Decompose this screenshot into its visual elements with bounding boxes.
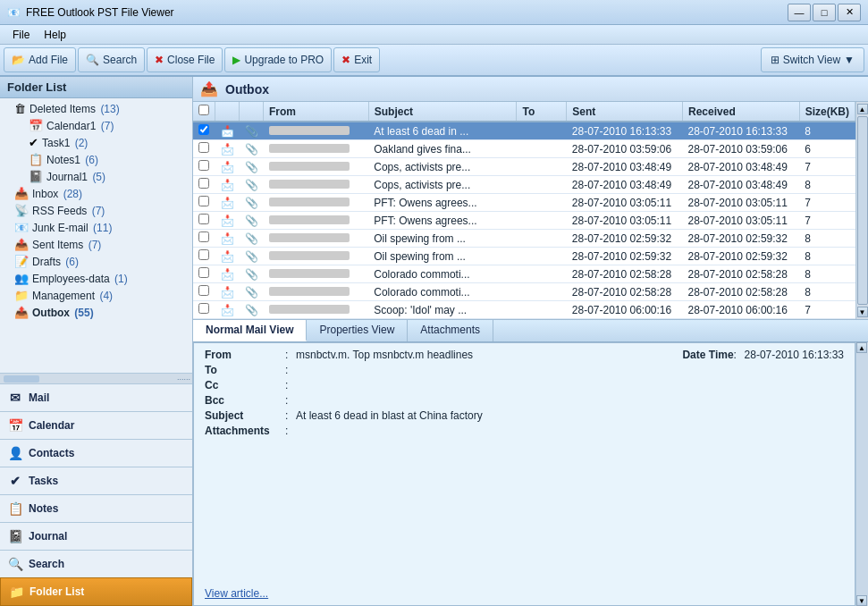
table-row[interactable]: 📩 📎 Oil spewing from ... 28-07-2010 02:5… [193,230,855,248]
col-header-received[interactable]: Received [683,102,800,122]
folder-item[interactable]: 📤Sent Items (7) [0,236,192,253]
email-sent: 28-07-2010 03:59:06 [567,140,683,158]
email-from [264,230,369,248]
maximize-button[interactable]: □ [813,4,836,21]
email-received: 28-07-2010 02:59:32 [683,248,800,265]
minimize-button[interactable]: — [788,4,811,21]
folder-item[interactable]: 📁Management (4) [0,287,192,304]
preview-scroll-up[interactable]: ▲ [856,342,867,353]
view-article-link[interactable]: View article... [205,587,268,600]
row-checkbox[interactable] [198,303,209,314]
table-row[interactable]: 📩 📎 Colorado commoti... 28-07-2010 02:58… [193,283,855,301]
row-checkbox[interactable] [198,178,209,189]
col-header-subject[interactable]: Subject [368,102,517,122]
table-row[interactable]: 📩 📎 Oil spewing from ... 28-07-2010 02:5… [193,248,855,265]
row-checkbox[interactable] [198,267,209,278]
attachment-icon: 📎 [245,232,258,245]
folder-item[interactable]: ✔Task1 (2) [0,134,192,151]
row-checkbox[interactable] [198,214,209,224]
email-table-container[interactable]: From Subject To Sent Received Size(KB) 📩… [193,102,855,319]
row-checkbox[interactable] [198,124,209,135]
close-file-button[interactable]: ✖ Close File [147,47,223,72]
folder-icon: 📤 [14,306,29,319]
sidebar-hscroll[interactable]: ······ [0,373,192,383]
tab-attachments[interactable]: Attachments [408,320,493,341]
email-received: 28-07-2010 03:05:11 [683,194,800,212]
sidebar: Folder List 🗑Deleted Items (13)📅Calendar… [0,77,193,606]
folder-item[interactable]: 📓Journal1 (5) [0,168,192,185]
table-row[interactable]: 📩 📎 Cops, activists pre... 28-07-2010 03… [193,176,855,194]
attachment-icon: 📎 [245,268,258,281]
row-checkbox[interactable] [198,285,209,296]
email-size: 8 [799,122,855,140]
menu-file[interactable]: File [5,27,37,43]
tab-properties-view[interactable]: Properties View [307,320,408,341]
folder-item[interactable]: 📝Drafts (6) [0,253,192,270]
switch-view-button[interactable]: ⊞ Switch View ▼ [761,47,864,72]
col-header-attach[interactable] [240,102,264,122]
nav-journal[interactable]: 📓 Journal [0,522,192,550]
nav-folder-list[interactable]: 📁 Folder List [0,577,192,606]
search-button[interactable]: 🔍 Search [78,47,145,72]
preview-scrollbar[interactable]: ▲ ▼ [855,342,868,606]
folder-item[interactable]: 🗑Deleted Items (13) [0,100,192,117]
nav-contacts[interactable]: 👤 Contacts [0,439,192,467]
table-row[interactable]: 📩 📎 Scoop: 'Idol' may ... 28-07-2010 06:… [193,301,855,319]
row-checkbox[interactable] [198,231,209,242]
scroll-down-arrow[interactable]: ▼ [857,307,868,317]
nav-search[interactable]: 🔍 Search [0,550,192,577]
content-area: 📤 Outbox From Subject To Sent [193,77,868,606]
table-row[interactable]: 📩 📎 Oakland gives fina... 28-07-2010 03:… [193,140,855,158]
col-header-icon[interactable] [215,102,240,122]
row-checkbox[interactable] [198,142,209,153]
col-header-from[interactable]: From [264,102,369,122]
table-row[interactable]: 📩 📎 At least 6 dead in ... 28-07-2010 16… [193,122,855,140]
add-file-button[interactable]: 📂 Add File [4,47,76,72]
nav-mail[interactable]: ✉ Mail [0,383,192,411]
folder-item[interactable]: 📤Outbox (55) [0,304,192,321]
email-sent: 28-07-2010 02:58:28 [567,265,683,283]
folder-item[interactable]: 📡RSS Feeds (7) [0,202,192,219]
table-row[interactable]: 📩 📎 PFT: Owens agrees... 28-07-2010 03:0… [193,212,855,230]
col-header-check[interactable] [193,102,215,122]
row-checkbox[interactable] [198,196,209,206]
col-header-size[interactable]: Size(KB) [799,102,855,122]
to-label: To [205,364,285,376]
mail-icon: ✉ [7,390,23,406]
email-received: 28-07-2010 16:13:33 [683,122,800,140]
scroll-up-arrow[interactable]: ▲ [857,104,868,114]
row-checkbox[interactable] [198,160,209,171]
email-to [517,122,567,140]
to-row: To : [205,364,844,376]
col-header-to[interactable]: To [517,102,567,122]
preview-scroll-down[interactable]: ▼ [856,595,867,606]
attachment-icon: 📎 [245,161,258,173]
folder-item[interactable]: 📅Calendar1 (7) [0,117,192,134]
folder-icon: 📋 [29,153,43,166]
folder-tree[interactable]: 🗑Deleted Items (13)📅Calendar1 (7)✔Task1 … [0,98,192,373]
email-sent: 28-07-2010 03:48:49 [567,158,683,176]
email-scrollbar[interactable]: ▲ ▼ [855,102,868,319]
select-all-checkbox[interactable] [198,105,209,115]
menu-help[interactable]: Help [37,27,73,43]
exit-button[interactable]: ✖ Exit [333,47,380,72]
table-row[interactable]: 📩 📎 Cops, activists pre... 28-07-2010 03… [193,158,855,176]
table-row[interactable]: 📩 📎 Colorado commoti... 28-07-2010 02:58… [193,265,855,283]
folder-item[interactable]: 📋Notes1 (6) [0,151,192,168]
nav-tasks[interactable]: ✔ Tasks [0,467,192,494]
table-row[interactable]: 📩 📎 PFT: Owens agrees... 28-07-2010 03:0… [193,194,855,212]
folder-item[interactable]: 👥Employees-data (1) [0,270,192,287]
email-subject: Cops, activists pre... [368,176,517,194]
nav-notes[interactable]: 📋 Notes [0,494,192,522]
email-from [264,212,369,230]
email-subject: PFT: Owens agrees... [368,194,517,212]
upgrade-button[interactable]: ▶ Upgrade to PRO [224,47,332,72]
row-checkbox[interactable] [198,249,209,260]
folder-item[interactable]: 📥Inbox (28) [0,185,192,202]
close-button[interactable]: ✕ [838,4,861,21]
preview-tabs: Normal Mail View Properties View Attachm… [193,319,868,342]
nav-calendar[interactable]: 📅 Calendar [0,411,192,439]
tab-normal-mail-view[interactable]: Normal Mail View [193,320,307,341]
folder-item[interactable]: 📧Junk E-mail (11) [0,219,192,236]
col-header-sent[interactable]: Sent [567,102,683,122]
